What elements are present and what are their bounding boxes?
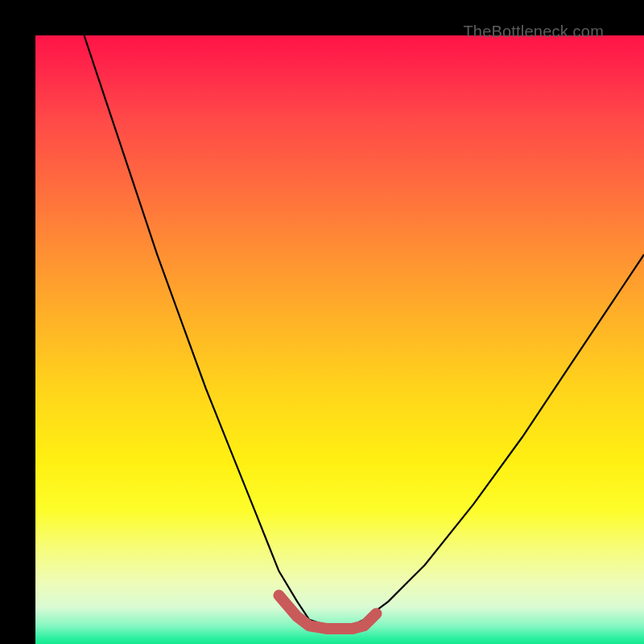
- trough-marker: [279, 596, 376, 630]
- chart-frame: TheBottleneck.com: [0, 0, 644, 644]
- bottleneck-curve: [85, 35, 645, 625]
- watermark-text: TheBottleneck.com: [463, 23, 604, 41]
- chart-svg: [35, 35, 644, 644]
